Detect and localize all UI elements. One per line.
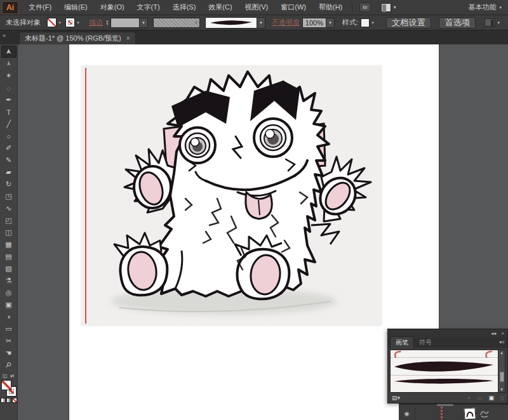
scale-tool[interactable]: ◳ <box>1 190 17 202</box>
pencil-tool[interactable]: ✎ <box>1 154 17 166</box>
chevron-down-icon[interactable]: ▼ <box>58 21 62 25</box>
brush-definition-field[interactable] <box>205 17 257 29</box>
tab-brushes[interactable]: 画笔 <box>390 336 414 348</box>
remove-brush-stroke-icon[interactable]: × <box>467 395 471 401</box>
column-graph-tool[interactable]: ılı <box>1 311 17 323</box>
document-title: 未标题-1* @ 150% (RGB/预览) <box>25 34 121 43</box>
control-bar: 未选择对象 ▼ ▼ 描边 ▲▼ ▼ ▼ ▼ 不透明度 100% ▼ 样式: ▼ … <box>0 15 508 30</box>
new-brush-icon[interactable]: ▣ <box>489 395 495 401</box>
mesh-tool[interactable]: ▤ <box>1 251 17 263</box>
document-tab[interactable]: 未标题-1* @ 150% (RGB/预览) × <box>19 32 136 44</box>
lasso-tool[interactable]: ◌ <box>1 82 17 94</box>
menu-type[interactable]: 文字(T) <box>131 0 166 15</box>
menu-window[interactable]: 窗口(W) <box>274 0 312 15</box>
brush-definition-dropdown[interactable]: ▼ <box>257 17 265 29</box>
chevron-down-icon[interactable]: ▼ <box>371 21 375 25</box>
fill-none-swatch[interactable] <box>47 18 57 27</box>
free-transform-icon: ◰ <box>5 216 11 225</box>
panel-resize-grip[interactable] <box>437 404 453 406</box>
swap-fill-stroke-icon[interactable]: ⇄ <box>10 373 15 379</box>
hand-tool[interactable]: ☚ <box>1 347 17 359</box>
arrange-documents-icon[interactable]: ▼ <box>381 3 397 12</box>
direct-selection-tool[interactable]: ➢ <box>1 58 17 70</box>
symbol-sprayer-tool[interactable]: ▣ <box>1 299 17 311</box>
chevron-down-icon[interactable]: ▼ <box>76 21 80 25</box>
gradient-mode-button[interactable] <box>6 398 11 403</box>
menu-effect[interactable]: 效果(C) <box>202 0 238 15</box>
brush-list-scrollbar[interactable]: ▲ ▼ <box>498 350 505 392</box>
visibility-eye-icon[interactable]: ◉ <box>399 407 415 420</box>
brush-options-icon[interactable]: ▭ <box>477 395 483 401</box>
collapse-panel-icon[interactable]: ◂◂ <box>491 331 496 336</box>
paintbrush-tool[interactable]: ✐ <box>1 142 17 154</box>
placed-sketch-image[interactable] <box>81 65 382 325</box>
workspace-switcher[interactable]: 基本功能 ▾ <box>468 3 502 12</box>
close-icon[interactable]: × <box>126 35 130 42</box>
eyedropper-tool[interactable]: ⚗ <box>1 275 17 287</box>
brush-libraries-icon[interactable]: ▤▾ <box>392 395 400 401</box>
magic-wand-tool[interactable]: ✶ <box>1 70 17 82</box>
rotate-tool[interactable]: ↻ <box>1 178 17 190</box>
selection-status: 未选择对象 <box>6 18 41 27</box>
magic-wand-icon: ✶ <box>6 72 11 80</box>
type-tool[interactable]: T <box>1 106 17 118</box>
artboard[interactable] <box>69 44 439 420</box>
blend-tool[interactable]: ◎ <box>1 287 17 299</box>
line-segment-tool[interactable]: ╱ <box>1 118 17 130</box>
scroll-down-icon[interactable]: ▼ <box>500 388 504 391</box>
stroke-none-swatch[interactable] <box>65 18 75 27</box>
chevron-down-icon[interactable]: ▼ <box>497 21 500 25</box>
stroke-weight-field[interactable] <box>110 18 140 28</box>
bridge-icon[interactable]: Br <box>359 3 371 12</box>
shape-builder-tool[interactable]: ◫ <box>1 226 17 239</box>
gradient-tool[interactable]: ▧ <box>1 263 17 275</box>
style-swatch[interactable] <box>361 18 370 27</box>
delete-brush-icon[interactable]: ▯ <box>500 395 504 401</box>
menu-object[interactable]: 对象(O) <box>94 0 131 15</box>
none-mode-button[interactable] <box>12 398 17 403</box>
symbol-sprayer-icon: ▣ <box>5 301 11 309</box>
tab-symbols[interactable]: 符号 <box>414 337 437 348</box>
document-setup-button[interactable]: 文档设置 <box>386 17 431 29</box>
menu-select[interactable]: 选择(S) <box>166 0 203 15</box>
layer-art-scribble <box>479 409 490 419</box>
rotate-icon: ↻ <box>6 180 11 188</box>
brush-item-charcoal[interactable] <box>391 358 498 376</box>
zoom-icon: ⚲ <box>4 360 13 370</box>
artboard-tool[interactable]: ▭ <box>1 323 17 335</box>
layer-thumbnail[interactable] <box>464 407 476 419</box>
close-panel-icon[interactable]: × <box>501 331 504 336</box>
menu-view[interactable]: 视图(V) <box>239 0 275 15</box>
menu-help[interactable]: 帮助(H) <box>312 0 349 15</box>
fill-swatch[interactable] <box>1 380 11 390</box>
eraser-tool[interactable]: ▰ <box>1 166 17 178</box>
selection-tool[interactable]: ➤ <box>1 46 17 58</box>
stroke-weight-dropdown[interactable]: ▼ <box>140 18 148 28</box>
scrollbar-thumb[interactable] <box>500 372 504 382</box>
slice-tool[interactable]: ✂ <box>1 335 17 347</box>
free-transform-tool[interactable]: ◰ <box>1 214 17 226</box>
hand-icon: ☚ <box>6 349 12 357</box>
scroll-up-icon[interactable]: ▲ <box>500 351 504 355</box>
variable-width-profile-dropdown[interactable]: ▼ <box>153 18 200 28</box>
color-mode-button[interactable] <box>1 398 6 403</box>
align-panel-icon[interactable] <box>485 18 495 27</box>
perspective-grid-tool[interactable]: ▦ <box>1 239 17 251</box>
app-logo[interactable]: Ai <box>2 1 18 14</box>
brush-item-thin[interactable] <box>391 376 498 387</box>
preferences-button[interactable]: 首选项 <box>439 17 476 29</box>
panel-menu-icon[interactable]: ▾≡ <box>499 339 505 345</box>
zoom-tool[interactable]: ⚲ <box>1 359 17 371</box>
toolbar-collapse-icon[interactable]: » <box>3 32 6 39</box>
menu-file[interactable]: 文件(F) <box>22 0 58 15</box>
pen-tool[interactable]: ✒ <box>1 94 17 106</box>
stroke-weight-stepper[interactable]: ▲▼ <box>105 20 109 26</box>
opacity-field[interactable]: 100% <box>302 18 326 28</box>
width-tool[interactable]: ∿ <box>1 202 17 214</box>
brush-item-partial[interactable] <box>391 350 498 358</box>
menu-edit[interactable]: 编辑(E) <box>58 0 94 15</box>
shape-tool[interactable]: ○ <box>1 130 17 142</box>
opacity-dropdown[interactable]: ▼ <box>326 18 335 28</box>
illustrator-window: Ai 文件(F) 编辑(E) 对象(O) 文字(T) 选择(S) 效果(C) 视… <box>0 0 508 420</box>
default-fill-stroke-icon[interactable]: ◱ <box>3 373 8 379</box>
